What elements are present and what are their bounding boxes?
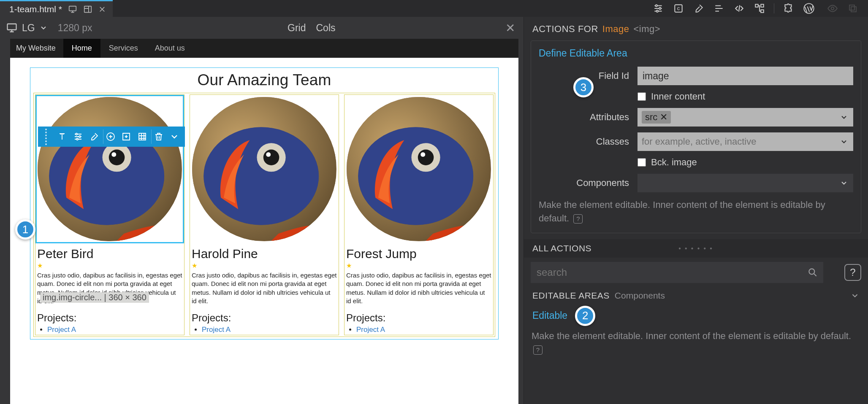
- svg-point-3: [659, 8, 661, 9]
- drag-grip-icon[interactable]: [41, 129, 51, 145]
- project-link[interactable]: Project A: [47, 326, 76, 334]
- nav-item-services[interactable]: Services: [100, 39, 146, 58]
- bck-image-label: Bck. image: [651, 157, 697, 168]
- parrot-image-icon: [38, 97, 182, 241]
- team-desc[interactable]: Cras justo odio, dapibus ac facilisis in…: [192, 271, 337, 305]
- right-panel: ACTIONS FOR Image <img> Define Editable …: [524, 17, 868, 404]
- remove-chip-icon[interactable]: ✕: [660, 112, 667, 123]
- svg-rect-8: [761, 4, 764, 7]
- toggle-cols[interactable]: Cols: [316, 22, 336, 34]
- text-tool-icon[interactable]: [55, 129, 69, 144]
- section-title: Define Editable Area: [539, 48, 853, 59]
- chevron-down-icon: [840, 113, 848, 121]
- attribute-chip[interactable]: src✕: [642, 111, 671, 124]
- nav-item-about[interactable]: About us: [146, 39, 193, 58]
- chevron-down-icon: [840, 179, 848, 187]
- insert-into-icon[interactable]: [119, 129, 133, 144]
- projects-label: Projects:: [192, 312, 338, 324]
- team-card[interactable]: Harold Pine ★ Cras justo odio, dapibus a…: [190, 95, 339, 335]
- all-actions-header[interactable]: ALL ACTIONS ● ● ● ● ● ●: [524, 239, 868, 258]
- svg-point-38: [809, 269, 814, 274]
- star-icon: ★: [192, 262, 338, 269]
- trash-icon[interactable]: [151, 129, 165, 144]
- classes-placeholder: for example, active, inactive: [642, 136, 756, 147]
- grid-icon[interactable]: [135, 129, 149, 144]
- team-name[interactable]: Forest Jump: [346, 247, 492, 261]
- editable-areas-header[interactable]: EDITABLE AREAS Components: [524, 287, 868, 302]
- sliders-icon[interactable]: [71, 129, 85, 144]
- brush-icon[interactable]: [87, 129, 101, 144]
- canvas-bar: LG 1280 px Grid Cols ✕: [0, 17, 524, 39]
- code-icon[interactable]: [729, 0, 749, 17]
- page-title[interactable]: Our Amazing Team: [34, 71, 495, 89]
- svg-point-29: [358, 127, 474, 225]
- svg-rect-9: [761, 10, 764, 13]
- drag-dots-icon[interactable]: ● ● ● ● ● ●: [678, 246, 713, 250]
- device-desktop-icon: [68, 5, 77, 14]
- tab-strip: 1-team.html * c: [0, 0, 868, 17]
- components-select[interactable]: [637, 174, 853, 192]
- page-content: Our Amazing Team Peter Bird ★: [10, 58, 518, 356]
- attributes-select[interactable]: src✕: [637, 108, 853, 127]
- svg-text:c: c: [677, 5, 680, 11]
- toolbar-divider: [774, 3, 774, 13]
- puzzle-icon[interactable]: [778, 0, 799, 17]
- team-image[interactable]: [191, 96, 338, 242]
- svg-rect-0: [69, 6, 76, 11]
- top-toolbar: c: [646, 0, 868, 17]
- svg-point-26: [266, 152, 271, 157]
- svg-point-4: [656, 10, 658, 12]
- copy-panels-icon[interactable]: [843, 0, 863, 17]
- fieldid-input[interactable]: [637, 67, 853, 85]
- step-badge-1: 1: [15, 219, 35, 240]
- team-name[interactable]: Peter Bird: [37, 247, 183, 261]
- wordpress-icon[interactable]: [799, 0, 819, 17]
- parrot-image-icon: [347, 97, 491, 241]
- help-icon[interactable]: ?: [533, 345, 542, 355]
- canvas-pane: LG 1280 px Grid Cols ✕ My Website Home S…: [0, 17, 524, 404]
- actions-header: ACTIONS FOR Image <img>: [524, 17, 868, 40]
- selection-toolbar[interactable]: [38, 127, 185, 147]
- actions-element: Image: [602, 24, 629, 35]
- help-button[interactable]: ?: [844, 264, 861, 281]
- add-circle-icon[interactable]: [103, 129, 117, 144]
- page-preview[interactable]: My Website Home Services About us Our Am…: [10, 39, 518, 404]
- bck-image-checkbox[interactable]: [637, 158, 646, 167]
- align-settings-icon[interactable]: [709, 0, 729, 17]
- editable-item[interactable]: Editable 2: [524, 302, 868, 327]
- component-box-icon[interactable]: c: [668, 0, 689, 17]
- chevron-down-icon[interactable]: [167, 129, 182, 144]
- team-desc[interactable]: Cras justo odio, dapibus ac facilisis in…: [346, 271, 491, 305]
- team-image[interactable]: [345, 96, 492, 242]
- brush-icon[interactable]: [689, 0, 709, 17]
- search-icon: [807, 267, 818, 278]
- project-link[interactable]: Project A: [356, 326, 385, 334]
- project-link[interactable]: Project A: [202, 326, 231, 334]
- sliders-icon[interactable]: [648, 0, 668, 17]
- editable-help: Make the element editable. Inner content…: [532, 329, 860, 356]
- team-card[interactable]: Forest Jump ★ Cras justo odio, dapibus a…: [344, 95, 493, 335]
- classes-select[interactable]: for example, active, inactive: [637, 132, 853, 151]
- close-canvas-icon[interactable]: ✕: [503, 21, 518, 35]
- chevron-down-icon: [39, 24, 48, 32]
- chevron-down-icon[interactable]: [850, 291, 860, 300]
- projects-list: Project A: [202, 326, 338, 334]
- svg-rect-13: [851, 7, 856, 12]
- inner-content-checkbox[interactable]: [637, 92, 646, 101]
- section-help: Make the element editable. Inner content…: [539, 198, 853, 225]
- site-brand[interactable]: My Website: [10, 44, 63, 53]
- device-selector[interactable]: LG: [6, 22, 48, 34]
- help-icon[interactable]: ?: [573, 214, 583, 224]
- search-input[interactable]: [531, 262, 823, 283]
- visibility-eye-icon[interactable]: [822, 0, 843, 17]
- team-name[interactable]: Harold Pine: [192, 247, 338, 261]
- tab-file[interactable]: 1-team.html *: [0, 0, 113, 17]
- toggle-grid[interactable]: Grid: [288, 22, 306, 34]
- components-label: Components: [539, 178, 632, 189]
- team-image[interactable]: [36, 96, 183, 242]
- tree-structure-icon[interactable]: [749, 0, 770, 17]
- projects-list: Project A: [356, 326, 492, 334]
- close-icon[interactable]: [98, 5, 106, 13]
- device-desktop-icon: [6, 22, 18, 34]
- nav-item-home[interactable]: Home: [63, 39, 100, 58]
